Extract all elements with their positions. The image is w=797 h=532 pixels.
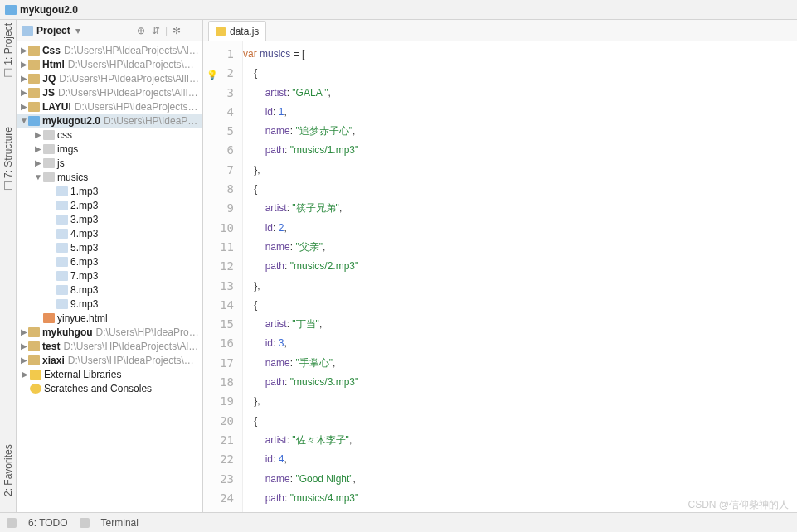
line-number: 3: [203, 84, 242, 103]
status-todo[interactable]: 6: TODO: [28, 517, 68, 529]
twist-icon[interactable]: ▶: [20, 60, 28, 69]
sidebar-tab-favorites[interactable]: 2: Favorites: [0, 429, 17, 512]
node-name: js: [57, 157, 65, 169]
tab-data-js[interactable]: data.js: [208, 21, 266, 41]
code-line[interactable]: path: "musics/3.mp3": [243, 373, 797, 392]
tree-node[interactable]: ▶HtmlD:\Users\HP\IdeaProjects\AllIn_We: [17, 57, 202, 71]
collapse-icon[interactable]: ⇵: [150, 25, 162, 36]
node-name: Css: [42, 45, 61, 56]
sidebar-tab-structure[interactable]: 7: Structure: [2, 127, 14, 190]
code-line[interactable]: name: "Good Night",: [243, 470, 797, 489]
line-number: 19: [203, 392, 242, 411]
node-path: D:\Users\HP\IdeaProjects\AllIn_We: [68, 355, 199, 366]
sidebar-tab-project[interactable]: 1: Project: [2, 23, 14, 77]
twist-icon[interactable]: ▶: [20, 74, 28, 83]
tree-node[interactable]: yinyue.html: [17, 311, 202, 325]
code-line[interactable]: name: "追梦赤子心",: [243, 122, 797, 141]
code-line[interactable]: {: [243, 180, 797, 199]
twist-icon[interactable]: ▶: [20, 341, 28, 351]
node-name: JS: [42, 87, 55, 99]
tree-node[interactable]: 4.mp3: [17, 226, 202, 240]
folder-icon: [28, 102, 40, 112]
tree-node[interactable]: 5.mp3: [17, 240, 202, 254]
code-line[interactable]: path: "musics/4.mp3": [243, 489, 797, 508]
tree-node[interactable]: ▶External Libraries: [17, 367, 202, 381]
twist-icon[interactable]: ▶: [33, 130, 43, 139]
mp3-icon: [56, 201, 68, 210]
target-icon[interactable]: ⊕: [135, 25, 147, 36]
twist-icon[interactable]: ▶: [20, 355, 28, 365]
tree-node[interactable]: ▶xiaxiD:\Users\HP\IdeaProjects\AllIn_We: [17, 353, 202, 367]
tree-node[interactable]: ▶css: [17, 128, 202, 142]
status-terminal[interactable]: Terminal: [101, 517, 139, 529]
code-line[interactable]: {: [243, 296, 797, 315]
html-icon: [43, 313, 55, 323]
project-tree[interactable]: ▶CssD:\Users\HP\IdeaProjects\AllIn_Web\▶…: [17, 41, 202, 512]
code-line[interactable]: },: [243, 277, 797, 296]
mp3-icon: [56, 271, 68, 281]
tree-node[interactable]: ▶mykuhgouD:\Users\HP\IdeaProjects\Al: [17, 325, 202, 339]
twist-icon[interactable]: ▶: [20, 102, 28, 111]
folder-icon: [28, 88, 40, 98]
mp3-icon: [56, 229, 68, 239]
code-line[interactable]: artist: "佐々木李子",: [243, 431, 797, 450]
tree-node[interactable]: ▶testD:\Users\HP\IdeaProjects\AllIn_Web: [17, 339, 202, 353]
node-path: D:\Users\HP\IdeaProjects\AllIn_Web\: [59, 73, 199, 85]
code-line[interactable]: id: 2,: [243, 219, 797, 238]
code-line[interactable]: id: 3,: [243, 334, 797, 353]
folder-dim-icon: [43, 158, 55, 168]
tree-node[interactable]: 7.mp3: [17, 268, 202, 283]
code-line[interactable]: {: [243, 412, 797, 431]
twist-icon[interactable]: ▶: [20, 46, 28, 55]
tree-node[interactable]: 6.mp3: [17, 254, 202, 268]
code-line[interactable]: },: [243, 392, 797, 411]
tree-node[interactable]: 2.mp3: [17, 198, 202, 212]
tree-node[interactable]: ▶js: [17, 156, 202, 170]
code-line[interactable]: artist: "筷子兄弟",: [243, 199, 797, 218]
line-number: 5: [203, 122, 242, 141]
js-file-icon: [216, 27, 226, 36]
hide-icon[interactable]: —: [186, 25, 197, 36]
node-path: D:\Users\HP\IdeaProjects\AllIn_Web\: [58, 87, 199, 99]
node-path: D:\Users\HP\IdeaProjects\AllIn_Web\: [64, 45, 199, 56]
code-line[interactable]: name: "手掌心",: [243, 354, 797, 373]
tree-node[interactable]: ▶LAYUID:\Users\HP\IdeaProjects\AllIn_W: [17, 99, 202, 114]
code-line[interactable]: },: [243, 161, 797, 180]
tree-node[interactable]: Scratches and Consoles: [17, 381, 202, 395]
twist-icon[interactable]: ▶: [33, 158, 43, 167]
twist-icon[interactable]: ▶: [20, 327, 28, 336]
twist-icon[interactable]: ▶: [20, 370, 30, 379]
code-line[interactable]: var musics = [: [243, 45, 797, 64]
folder-dim-icon: [43, 130, 55, 140]
twist-icon[interactable]: ▼: [20, 116, 28, 125]
tree-node[interactable]: 1.mp3: [17, 184, 202, 198]
code-content[interactable]: var musics = [ { artist: "GALA ", id: 1,…: [243, 41, 797, 512]
project-panel-label[interactable]: Project: [36, 25, 70, 36]
code-line[interactable]: name: "父亲",: [243, 238, 797, 257]
chevron-down-icon[interactable]: ▾: [75, 25, 80, 36]
tree-node[interactable]: ▶JQD:\Users\HP\IdeaProjects\AllIn_Web\: [17, 71, 202, 85]
code-line[interactable]: artist: "丁当",: [243, 315, 797, 334]
tree-node[interactable]: 3.mp3: [17, 212, 202, 226]
code-line[interactable]: {: [243, 64, 797, 83]
code-line[interactable]: id: 4,: [243, 450, 797, 469]
code-line[interactable]: path: "musics/2.mp3": [243, 257, 797, 276]
tree-node[interactable]: ▶JSD:\Users\HP\IdeaProjects\AllIn_Web\: [17, 85, 202, 99]
tree-node[interactable]: ▶CssD:\Users\HP\IdeaProjects\AllIn_Web\: [17, 43, 202, 57]
folder-icon: [28, 60, 40, 70]
twist-icon[interactable]: ▶: [33, 144, 43, 153]
line-number: 18: [203, 373, 242, 392]
code-editor[interactable]: 123456789101112131415161718192021222324 …: [203, 41, 797, 512]
tree-node[interactable]: 8.mp3: [17, 283, 202, 297]
twist-icon[interactable]: ▶: [20, 88, 28, 97]
tree-node[interactable]: 9.mp3: [17, 297, 202, 311]
tree-node[interactable]: ▼mykugou2.0D:\Users\HP\IdeaProjects\: [17, 114, 202, 128]
node-name: yinyue.html: [57, 312, 108, 324]
twist-icon[interactable]: ▼: [33, 172, 43, 181]
code-line[interactable]: path: "musics/1.mp3": [243, 141, 797, 160]
code-line[interactable]: id: 1,: [243, 103, 797, 122]
tree-node[interactable]: ▶imgs: [17, 142, 202, 156]
code-line[interactable]: artist: "GALA ",: [243, 84, 797, 103]
tree-node[interactable]: ▼musics: [17, 170, 202, 184]
gear-icon[interactable]: ✻: [171, 25, 182, 36]
